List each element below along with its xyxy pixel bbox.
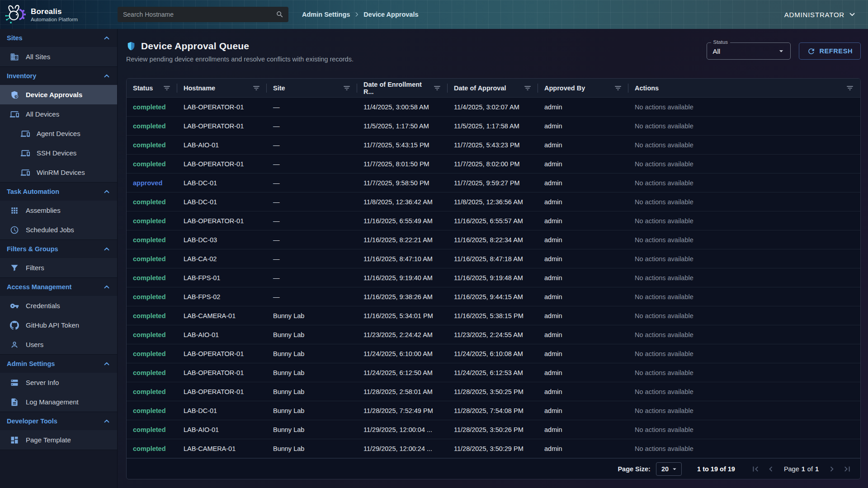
table-row[interactable]: approvedLAB-DC-01—11/7/2025, 9:58:50 PM1… bbox=[127, 174, 860, 192]
devices-icon bbox=[21, 129, 30, 138]
table-row[interactable]: completedLAB-DC-03—11/16/2025, 8:22:21 A… bbox=[127, 230, 860, 249]
user-menu-label: ADMINISTRATOR bbox=[784, 11, 844, 19]
table-row[interactable]: completedLAB-AIO-01—11/7/2025, 5:43:15 P… bbox=[127, 136, 860, 155]
search-hostname-box[interactable] bbox=[118, 7, 288, 22]
sidebar-item-filters[interactable]: Filters bbox=[0, 258, 117, 277]
table-row[interactable]: completedLAB-DC-01Bunny Lab11/28/2025, 7… bbox=[127, 401, 860, 420]
breadcrumb-admin-settings[interactable]: Admin Settings bbox=[302, 11, 350, 18]
enrollment-date-cell: 11/16/2025, 6:55:49 AM bbox=[357, 217, 448, 225]
approved-by-cell: admin bbox=[538, 274, 628, 282]
next-page-icon[interactable] bbox=[827, 464, 837, 474]
page-indicator: Page 1 of 1 bbox=[784, 465, 819, 473]
approved-by-cell: admin bbox=[538, 103, 628, 111]
actions-cell: No actions available bbox=[628, 388, 860, 395]
approval-date-cell: 11/8/2025, 12:36:56 AM bbox=[448, 198, 538, 206]
table-row[interactable]: completedLAB-FPS-01—11/16/2025, 9:19:40 … bbox=[127, 268, 860, 287]
column-header-status[interactable]: Status bbox=[127, 79, 177, 97]
sidebar-item-log-management[interactable]: Log Management bbox=[0, 392, 117, 412]
table-row[interactable]: completedLAB-OPERATOR-01Bunny Lab11/28/2… bbox=[127, 382, 860, 401]
search-input[interactable] bbox=[123, 11, 276, 18]
sidebar-item-all-devices[interactable]: All Devices bbox=[0, 104, 117, 124]
row-range: 1 to 19 of 19 bbox=[697, 465, 735, 473]
sidebar-item-assemblies[interactable]: Assemblies bbox=[0, 201, 117, 220]
filter-list-icon[interactable] bbox=[433, 84, 441, 92]
sidebar-section-header-developer-tools[interactable]: Developer Tools bbox=[0, 412, 117, 430]
sidebar-item-github-api-token[interactable]: GitHub API Token bbox=[0, 315, 117, 335]
table-row[interactable]: completedLAB-AIO-01Bunny Lab11/29/2025, … bbox=[127, 420, 860, 439]
sidebar-item-page-template[interactable]: Page Template bbox=[0, 430, 117, 450]
table-row[interactable]: completedLAB-OPERATOR-01—11/16/2025, 6:5… bbox=[127, 211, 860, 230]
sidebar-item-label: Filters bbox=[26, 264, 44, 272]
sidebar-section-label: Task Automation bbox=[7, 188, 59, 195]
sidebar-section-label: Inventory bbox=[7, 72, 36, 80]
table-row[interactable]: completedLAB-OPERATOR-01—11/4/2025, 3:00… bbox=[127, 98, 860, 117]
sidebar-section-header-task-automation[interactable]: Task Automation bbox=[0, 183, 117, 201]
user-menu[interactable]: ADMINISTRATOR bbox=[784, 10, 856, 19]
brand[interactable]: Borealis Automation Platform bbox=[0, 4, 118, 25]
column-header-actions[interactable]: Actions bbox=[628, 79, 860, 97]
sidebar-section-header-inventory[interactable]: Inventory bbox=[0, 67, 117, 85]
hostname-cell: LAB-OPERATOR-01 bbox=[177, 350, 267, 357]
table-row[interactable]: completedLAB-OPERATOR-01—11/5/2025, 1:17… bbox=[127, 117, 860, 136]
actions-cell: No actions available bbox=[628, 236, 860, 244]
status-cell: completed bbox=[127, 217, 177, 225]
funnel-icon bbox=[10, 263, 19, 272]
sidebar-item-winrm-devices[interactable]: WinRM Devices bbox=[0, 163, 117, 182]
prev-page-icon[interactable] bbox=[766, 464, 776, 474]
table-row[interactable]: completedLAB-FPS-02—11/16/2025, 9:38:26 … bbox=[127, 287, 860, 306]
table-row[interactable]: completedLAB-CA-02—11/16/2025, 8:47:10 A… bbox=[127, 249, 860, 268]
column-header-approved-by[interactable]: Approved By bbox=[538, 79, 628, 97]
sidebar-item-device-approvals[interactable]: Device Approvals bbox=[0, 85, 117, 104]
filter-list-icon[interactable] bbox=[846, 84, 854, 92]
table-row[interactable]: completedLAB-CAMERA-01Bunny Lab11/16/202… bbox=[127, 306, 860, 325]
site-cell: — bbox=[267, 236, 357, 244]
sidebar-section-header-admin-settings[interactable]: Admin Settings bbox=[0, 355, 117, 373]
search-icon[interactable] bbox=[276, 10, 284, 19]
column-header-date-of-enrollment-r[interactable]: Date of Enrollment R... bbox=[357, 79, 448, 97]
sidebar-item-ssh-devices[interactable]: SSH Devices bbox=[0, 143, 117, 163]
sidebar-section-label: Sites bbox=[7, 34, 23, 42]
sidebar-item-label: All Sites bbox=[26, 53, 50, 61]
sidebar-item-label: Assemblies bbox=[26, 206, 61, 214]
status-cell: completed bbox=[127, 293, 177, 300]
site-cell: — bbox=[267, 217, 357, 225]
refresh-button[interactable]: REFRESH bbox=[799, 42, 861, 60]
column-header-hostname[interactable]: Hostname bbox=[177, 79, 267, 97]
filter-list-icon[interactable] bbox=[614, 84, 622, 92]
approval-date-cell: 11/7/2025, 8:02:00 PM bbox=[448, 160, 538, 168]
filter-list-icon[interactable] bbox=[163, 84, 171, 92]
sidebar-item-scheduled-jobs[interactable]: Scheduled Jobs bbox=[0, 220, 117, 239]
sidebar-section-header-filters-groups[interactable]: Filters & Groups bbox=[0, 240, 117, 258]
table-row[interactable]: completedLAB-CAMERA-01Bunny Lab11/29/202… bbox=[127, 439, 860, 458]
table-row[interactable]: completedLAB-DC-01—11/8/2025, 12:36:42 A… bbox=[127, 192, 860, 211]
last-page-icon[interactable] bbox=[842, 464, 852, 474]
filter-list-icon[interactable] bbox=[252, 84, 260, 92]
first-page-icon[interactable] bbox=[750, 464, 760, 474]
enrollment-date-cell: 11/16/2025, 9:38:26 AM bbox=[357, 293, 448, 300]
column-header-site[interactable]: Site bbox=[267, 79, 357, 97]
breadcrumb-device-approvals[interactable]: Device Approvals bbox=[363, 11, 418, 18]
enrollment-date-cell: 11/16/2025, 9:19:40 AM bbox=[357, 274, 448, 282]
column-header-date-of-approval[interactable]: Date of Approval bbox=[448, 79, 538, 97]
status-filter-select[interactable]: Status All bbox=[707, 42, 791, 60]
site-cell: — bbox=[267, 122, 357, 130]
sidebar-item-all-sites[interactable]: All Sites bbox=[0, 47, 117, 66]
column-label: Status bbox=[133, 84, 153, 92]
sidebar-section-header-sites[interactable]: Sites bbox=[0, 29, 117, 47]
table-row[interactable]: completedLAB-AIO-01Bunny Lab11/23/2025, … bbox=[127, 325, 860, 344]
sidebar-section-header-access-management[interactable]: Access Management bbox=[0, 278, 117, 296]
table-row[interactable]: completedLAB-OPERATOR-01Bunny Lab11/24/2… bbox=[127, 363, 860, 382]
actions-cell: No actions available bbox=[628, 369, 860, 376]
sidebar-item-agent-devices[interactable]: Agent Devices bbox=[0, 124, 117, 143]
topbar: Borealis Automation Platform Admin Setti… bbox=[0, 0, 868, 29]
table-row[interactable]: completedLAB-OPERATOR-01Bunny Lab11/24/2… bbox=[127, 344, 860, 363]
filter-list-icon[interactable] bbox=[343, 84, 351, 92]
table-row[interactable]: completedLAB-OPERATOR-01—11/7/2025, 8:01… bbox=[127, 155, 860, 174]
sidebar-item-server-info[interactable]: Server Info bbox=[0, 373, 117, 392]
filter-list-icon[interactable] bbox=[524, 84, 532, 92]
sidebar-item-credentials[interactable]: Credentials bbox=[0, 296, 117, 315]
approval-date-cell: 11/16/2025, 8:22:34 AM bbox=[448, 236, 538, 244]
page-size-select[interactable]: 20 bbox=[656, 462, 682, 476]
github-icon bbox=[10, 321, 19, 330]
sidebar-item-users[interactable]: Users bbox=[0, 335, 117, 354]
